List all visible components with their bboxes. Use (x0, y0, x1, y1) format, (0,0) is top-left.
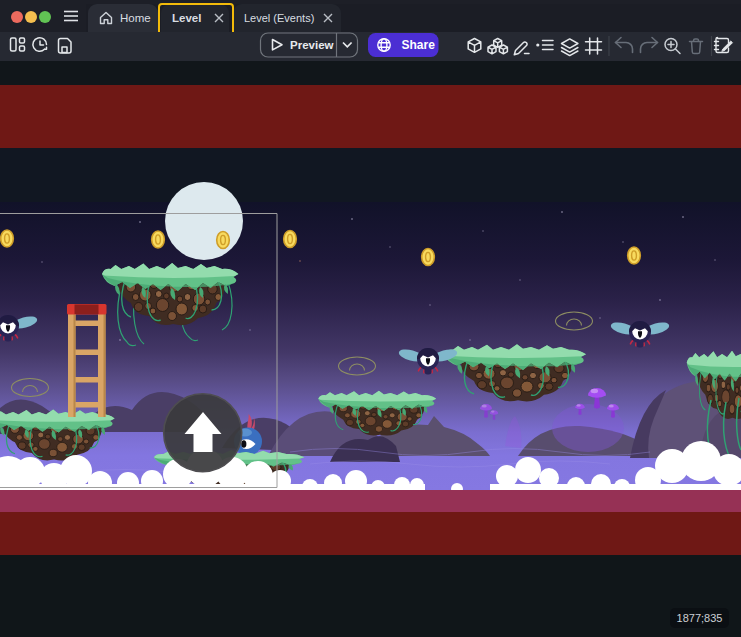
svg-text:Share: Share (402, 38, 436, 52)
svg-text:Preview: Preview (290, 39, 334, 51)
